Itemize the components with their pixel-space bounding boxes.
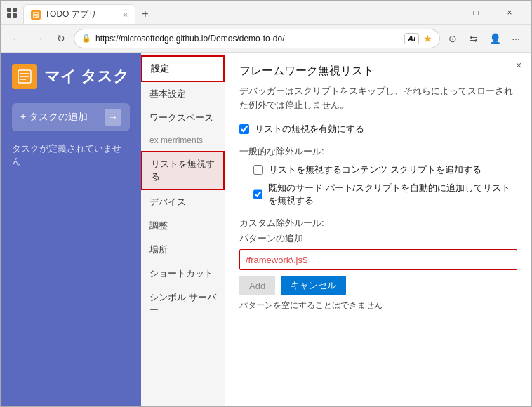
action-buttons: Add キャンセル — [239, 276, 517, 295]
cancel-button[interactable]: キャンセル — [281, 276, 346, 295]
title-bar: TODO アプリ × + — □ × — [1, 1, 531, 25]
nav-icons: ⊙ ⇆ 👤 ··· — [443, 29, 526, 48]
tab-bar: TODO アプリ × + — [23, 1, 420, 24]
app-logo: マイ タスク — [12, 64, 130, 89]
nav-bar: ← → ↻ 🔒 https://microsoftedge.github.io/… — [1, 25, 531, 53]
devtools-title: フレームワーク無視リスト — [239, 64, 517, 79]
devtools-content: × フレームワーク無視リスト デバッガーはスクリプトをスキップし、それらによって… — [225, 53, 531, 406]
svg-rect-0 — [7, 8, 11, 12]
no-tasks-message: タスクが定義されていません — [12, 142, 130, 168]
svg-rect-5 — [34, 13, 38, 14]
nav-item-0[interactable]: 基本設定 — [141, 82, 225, 106]
add-task-arrow[interactable]: → — [105, 109, 121, 126]
nav-item-2[interactable]: ex merriments — [141, 130, 225, 151]
nav-item-5[interactable]: 調整 — [141, 214, 225, 238]
browser-icon — [6, 7, 18, 18]
nav-item-3[interactable]: リストを無視する — [141, 151, 225, 190]
profile-icon[interactable]: 👤 — [485, 29, 505, 48]
pattern-label: パターンの追加 — [239, 232, 517, 245]
devtools-description: デバッガーはスクリプトをスキップし、それらによってスローされた例外では停止しませ… — [239, 84, 517, 112]
back-button[interactable]: ← — [6, 29, 26, 48]
enable-checkbox-row: リストの無視を有効にする — [239, 123, 517, 135]
known-third-party-label[interactable]: 既知のサード パート/スクリプトを自動的に追加してリストを無視する — [268, 182, 517, 207]
ai-badge[interactable]: Ai — [404, 33, 419, 44]
nav-item-4[interactable]: デバイス — [141, 190, 225, 214]
forward-button[interactable]: → — [29, 29, 48, 48]
validation-message: パターンを空にすることはできません — [239, 300, 517, 312]
collections-icon[interactable]: ⊙ — [443, 29, 463, 48]
browser-window: TODO アプリ × + — □ × ← → ↻ 🔒 https://micro… — [0, 0, 532, 407]
svg-rect-2 — [7, 13, 11, 18]
known-third-party-checkbox[interactable] — [253, 189, 262, 199]
content-area: マイ タスク + タスクの追加 → タスクが定義されていません 設定 基本設定 … — [1, 53, 531, 406]
svg-rect-7 — [34, 16, 36, 17]
new-tab-button[interactable]: + — [135, 4, 155, 24]
minimize-button[interactable]: — — [426, 1, 458, 25]
close-button[interactable]: × — [493, 1, 526, 25]
svg-rect-6 — [34, 15, 38, 15]
address-bar[interactable]: 🔒 https://microsoftedge.github.io/Demos/… — [74, 29, 440, 48]
devtools-nav: 設定 基本設定 ワークスペース ex merriments リストを無視する デ… — [141, 53, 225, 406]
url-text: https://microsoftedge.github.io/Demos/de… — [95, 34, 400, 44]
refresh-button[interactable]: ↻ — [51, 29, 71, 48]
share-icon[interactable]: ⇆ — [464, 29, 484, 48]
nav-item-7[interactable]: ショートカット — [141, 262, 225, 286]
add-task-button[interactable]: + タスクの追加 → — [12, 103, 130, 131]
content-scripts-label[interactable]: リストを無視するコンテンツ スクリプトを追加する — [269, 164, 481, 176]
bookmark-icon[interactable]: ★ — [423, 33, 432, 44]
add-button[interactable]: Add — [239, 276, 275, 295]
app-sidebar: マイ タスク + タスクの追加 → タスクが定義されていません — [1, 53, 141, 406]
active-tab[interactable]: TODO アプリ × — [23, 4, 135, 24]
custom-section: カスタム除外ルール: パターンの追加 Add キャンセル パターンを空にすること… — [239, 217, 517, 312]
settings-menu-icon[interactable]: ··· — [506, 29, 526, 48]
nav-item-8[interactable]: シンボル サーバー — [141, 286, 225, 322]
window-buttons: — □ × — [426, 1, 526, 25]
tab-title: TODO アプリ — [45, 8, 97, 20]
app-logo-icon — [12, 64, 37, 89]
tab-close-button[interactable]: × — [124, 11, 128, 19]
checkbox1-row: リストを無視するコンテンツ スクリプトを追加する — [253, 164, 517, 176]
add-task-label: + タスクの追加 — [20, 111, 88, 124]
pattern-input[interactable] — [239, 249, 517, 270]
svg-rect-1 — [13, 8, 17, 12]
window-controls — [6, 7, 18, 18]
tab-favicon — [31, 10, 41, 20]
nav-item-1[interactable]: ワークスペース — [141, 106, 225, 130]
section-label: 一般的な除外ルール: — [239, 145, 517, 158]
nav-item-6[interactable]: 場所 — [141, 238, 225, 262]
svg-rect-3 — [13, 13, 17, 18]
enable-list-label[interactable]: リストの無視を有効にする — [255, 123, 364, 135]
indent-section: リストを無視するコンテンツ スクリプトを追加する 既知のサード パート/スクリプ… — [253, 164, 517, 207]
content-scripts-checkbox[interactable] — [253, 165, 263, 175]
custom-label: カスタム除外ルール: — [239, 217, 517, 229]
lock-icon: 🔒 — [81, 34, 91, 43]
enable-list-checkbox[interactable] — [239, 124, 249, 134]
maximize-button[interactable]: □ — [460, 1, 492, 25]
devtools-panel: 設定 基本設定 ワークスペース ex merriments リストを無視する デ… — [141, 53, 531, 406]
devtools-nav-header: 設定 — [141, 55, 225, 82]
checkbox2-row: 既知のサード パート/スクリプトを自動的に追加してリストを無視する — [253, 182, 517, 207]
app-title: マイ タスク — [44, 66, 129, 87]
devtools-close-button[interactable]: × — [512, 58, 526, 72]
